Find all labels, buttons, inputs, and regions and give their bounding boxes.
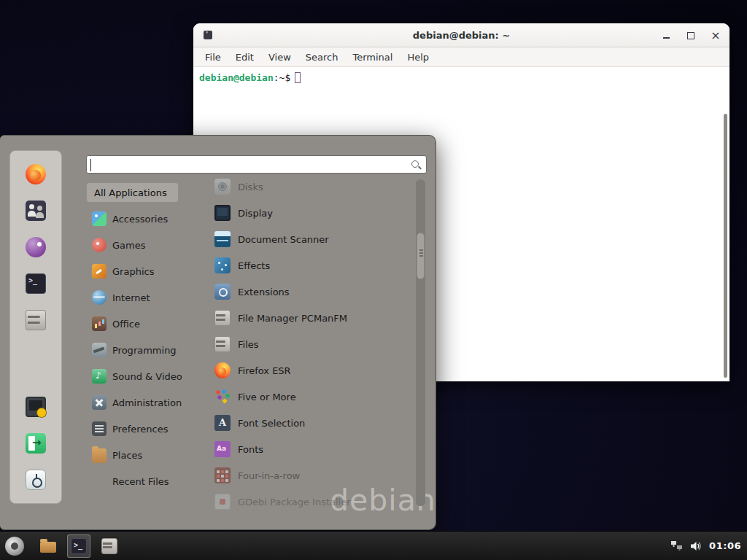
administration-icon (92, 395, 107, 410)
category-graphics[interactable]: Graphics (86, 258, 207, 284)
volume-icon[interactable] (690, 540, 702, 552)
terminal-launcher[interactable] (67, 534, 90, 558)
prompt-user-host: debian@debian (199, 72, 274, 83)
close-icon[interactable] (709, 29, 722, 42)
app-label: Document Scanner (238, 234, 329, 245)
category-accessories[interactable]: Accessories (86, 206, 207, 232)
app-item-four-in-a-row[interactable]: Four-in-a-row (212, 462, 416, 489)
menu-view[interactable]: View (261, 52, 298, 63)
files-launcher[interactable] (98, 534, 121, 558)
files-icon (101, 538, 117, 554)
menu-scrollbar-thumb[interactable] (417, 233, 425, 279)
app-item-five-or-more[interactable]: Five or More (212, 384, 416, 410)
lock-screen-icon[interactable] (26, 397, 46, 417)
terminal-menubar: File Edit View Search Terminal Help (193, 47, 729, 67)
app-item-document-scanner[interactable]: Document Scanner (212, 226, 416, 252)
favorite-apps-group (26, 164, 46, 330)
app-item-extensions[interactable]: Extensions (212, 279, 416, 305)
app-item-files[interactable]: Files (212, 331, 416, 357)
office-icon (92, 316, 107, 331)
terminal-icon (71, 538, 87, 554)
system-tray: 01:06 (670, 540, 747, 552)
font-selection-icon (214, 415, 231, 431)
app-label: Fonts (238, 444, 263, 455)
category-label: Games (112, 240, 145, 251)
accessories-icon (92, 211, 107, 226)
category-programming[interactable]: Programming (86, 337, 207, 363)
firefox-icon[interactable] (26, 164, 46, 184)
terminal-icon[interactable] (26, 273, 46, 294)
menu-scrollbar[interactable] (416, 179, 425, 506)
network-icon[interactable] (670, 540, 683, 551)
extensions-icon (214, 284, 231, 300)
category-all-applications[interactable]: All Applications (86, 182, 179, 203)
app-item-effects[interactable]: Effects (212, 252, 416, 279)
category-places[interactable]: Places (86, 442, 207, 468)
application-menu: debian All Applications (0, 135, 436, 530)
maximize-icon[interactable] (684, 29, 697, 42)
category-games[interactable]: Games (86, 232, 207, 258)
clock[interactable]: 01:06 (709, 540, 741, 551)
menu-file[interactable]: File (198, 52, 228, 63)
category-recent-files[interactable]: Recent Files (86, 468, 207, 494)
menu-logo-icon (5, 537, 24, 556)
category-label: Places (112, 450, 142, 461)
app-label: Four-in-a-row (238, 470, 300, 481)
app-label: Extensions (238, 287, 290, 298)
category-office[interactable]: Office (86, 311, 207, 337)
minimize-icon[interactable] (659, 29, 673, 42)
app-label: Firefox ESR (238, 365, 291, 376)
graphics-icon (92, 264, 107, 279)
folder-icon (40, 542, 56, 553)
mascot-icon[interactable] (26, 237, 46, 257)
category-preferences[interactable]: Preferences (86, 416, 207, 442)
app-label: Effects (238, 260, 270, 271)
file-manager-launcher[interactable] (36, 534, 60, 558)
menu-help[interactable]: Help (400, 52, 436, 63)
category-label: Internet (112, 292, 150, 303)
app-item-pcmanfm[interactable]: File Manager PCManFM (212, 305, 416, 331)
preferences-icon (92, 421, 107, 436)
favorites-sidebar (9, 150, 62, 504)
four-in-a-row-icon (214, 467, 231, 483)
app-item-disks[interactable]: Disks (212, 174, 416, 200)
search-input[interactable] (91, 158, 405, 171)
app-label: Font Selection (238, 418, 305, 429)
category-administration[interactable]: Administration (86, 389, 207, 416)
app-item-font-selection[interactable]: Font Selection (212, 410, 416, 436)
terminal-titlebar[interactable]: debian@debian: ~ (193, 23, 729, 47)
category-sound-video[interactable]: Sound & Video (86, 363, 207, 389)
menu-button[interactable] (0, 532, 29, 560)
places-icon (92, 448, 107, 463)
category-label: Office (112, 319, 140, 330)
category-label: Administration (112, 397, 182, 408)
gdebi-icon (214, 494, 231, 510)
search-icon (411, 160, 422, 171)
firefox-esr-icon (214, 362, 231, 378)
category-label: Sound & Video (112, 371, 182, 382)
files-icon (214, 336, 231, 352)
five-or-more-icon (214, 389, 231, 405)
document-scanner-icon (214, 231, 231, 247)
menu-terminal[interactable]: Terminal (345, 52, 400, 63)
software-users-icon[interactable] (26, 201, 46, 221)
menu-search-box[interactable] (86, 155, 427, 174)
games-icon (92, 238, 107, 252)
app-label: Display (238, 208, 273, 219)
menu-edit[interactable]: Edit (228, 52, 261, 63)
menu-search[interactable]: Search (298, 52, 346, 63)
file-manager-icon[interactable] (26, 310, 46, 330)
terminal-scrollbar[interactable] (724, 114, 727, 378)
taskbar: 01:06 (0, 531, 747, 560)
terminal-window-title: debian@debian: ~ (193, 30, 729, 41)
log-out-icon[interactable] (26, 433, 46, 454)
app-item-firefox-esr[interactable]: Firefox ESR (212, 357, 416, 384)
category-label: Recent Files (112, 476, 169, 487)
shut-down-icon[interactable] (26, 470, 46, 490)
app-item-fonts[interactable]: Fonts (212, 436, 416, 462)
category-internet[interactable]: Internet (86, 284, 207, 311)
internet-icon (92, 290, 107, 305)
app-label: File Manager PCManFM (238, 313, 347, 324)
app-item-gdebi[interactable]: GDebi Package Installer (212, 489, 416, 513)
app-item-display[interactable]: Display (212, 200, 416, 226)
